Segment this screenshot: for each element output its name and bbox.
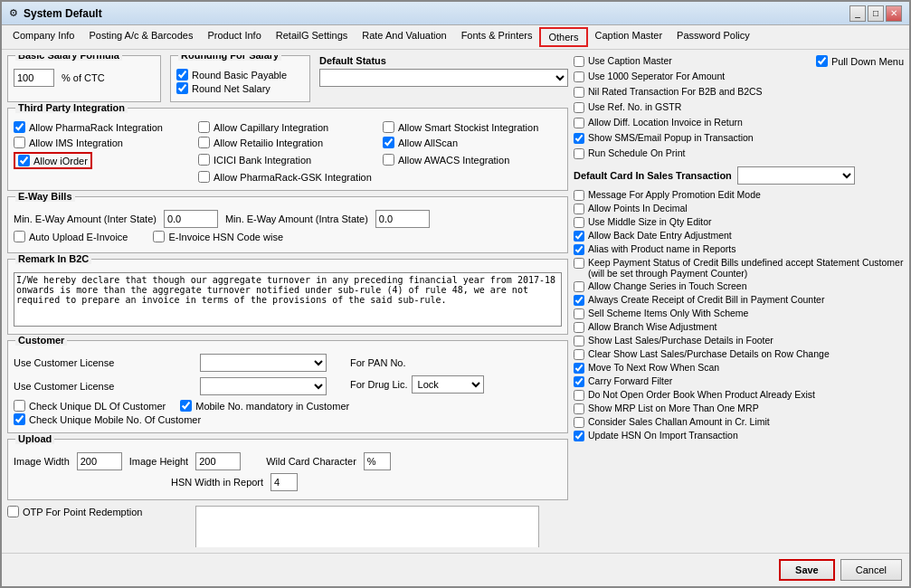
menu-password-policy[interactable]: Password Policy [669, 27, 757, 47]
unique-mobile-checkbox[interactable] [14, 413, 25, 425]
always-create-checkbox[interactable] [574, 295, 584, 306]
retailio-checkbox[interactable] [198, 137, 210, 148]
maximize-button[interactable]: □ [868, 5, 884, 22]
pull-down-checkbox[interactable] [816, 55, 828, 67]
menu-fonts-printers[interactable]: Fonts & Printers [454, 27, 540, 47]
close-button[interactable]: ✕ [886, 5, 902, 22]
ref-no-row: Use Ref. No. in GSTR [574, 101, 816, 113]
img-width-input[interactable] [77, 452, 122, 470]
sell-scheme-checkbox[interactable] [574, 308, 584, 319]
min-inter-input[interactable] [164, 210, 218, 228]
ref-no-checkbox[interactable] [574, 102, 584, 113]
show-mrp-checkbox[interactable] [574, 403, 584, 414]
remark-group: Remark In B2C I/We hereby declare that t… [7, 259, 568, 335]
clear-show-label: Clear Show Last Sales/Purchase Details o… [588, 348, 830, 359]
menu-caption-master[interactable]: Caption Master [588, 27, 670, 47]
change-series-checkbox[interactable] [574, 281, 584, 292]
move-next-label: Move To Next Row When Scan [588, 362, 719, 373]
save-button[interactable]: Save [779, 559, 835, 581]
move-next-checkbox[interactable] [574, 363, 584, 374]
salary-value-input[interactable] [14, 69, 54, 87]
status-select[interactable] [319, 69, 568, 87]
awacs-checkbox[interactable] [383, 154, 394, 166]
carry-forward-label: Carry Forward Filter [588, 375, 672, 386]
last-sales-footer-checkbox[interactable] [574, 336, 584, 346]
ims-checkbox[interactable] [14, 137, 25, 148]
allscan-checkbox[interactable] [383, 137, 394, 148]
sms-email-label: Show SMS/Email Popup in Transaction [588, 132, 754, 143]
sms-email-row: Show SMS/Email Popup in Transaction [574, 132, 816, 144]
keep-payment-checkbox[interactable] [574, 258, 584, 269]
carry-forward-checkbox[interactable] [574, 376, 584, 387]
img-height-input[interactable] [195, 452, 241, 470]
icici-row: ICICI Bank Integration [198, 152, 377, 167]
drug-label: For Drug Lic. [350, 379, 408, 390]
nil-rated-checkbox[interactable] [574, 87, 584, 98]
capillary-checkbox[interactable] [198, 121, 210, 133]
alias-product-checkbox[interactable] [574, 244, 584, 255]
menu-rate-valuation[interactable]: Rate And Valuation [355, 27, 453, 47]
run-schedule-row: Run Schedule On Print [574, 147, 816, 159]
license1-select[interactable] [200, 354, 327, 372]
middle-size-label: Use Middle Size in Qty Editor [588, 216, 712, 227]
remark-textarea[interactable]: I/We hereby declare that though our aggr… [14, 272, 562, 327]
min-intra-input[interactable] [375, 210, 430, 228]
pharmarack-checkbox[interactable] [14, 121, 25, 133]
run-schedule-checkbox[interactable] [574, 148, 584, 159]
hsn-code-label: E-Invoice HSN Code wise [168, 232, 283, 242]
promo-edit-checkbox[interactable] [574, 190, 584, 201]
mobile-mandatory-checkbox[interactable] [180, 400, 192, 412]
smart-stockist-row: Allow Smart Stockist Integration [383, 121, 562, 133]
wildcard-input[interactable] [364, 452, 391, 470]
back-date-checkbox[interactable] [574, 231, 584, 242]
auto-upload-checkbox[interactable] [14, 231, 25, 242]
clear-show-checkbox[interactable] [574, 349, 584, 360]
otp-checkbox[interactable] [7, 506, 19, 517]
right-top-row: Use Caption Master Use 1000 Seperator Fo… [574, 55, 904, 161]
retailio-label: Allow Retailio Integration [214, 138, 323, 148]
menu-product-info[interactable]: Product Info [200, 27, 268, 47]
auto-upload-row: Auto Upload E-Invoice [14, 231, 128, 242]
iorder-checkbox[interactable] [18, 155, 30, 166]
update-hsn-checkbox[interactable] [574, 431, 584, 441]
status-group: Default Status [319, 55, 568, 102]
round-basic-checkbox[interactable] [176, 69, 188, 81]
sales-challan-label: Consider Sales Challan Amount in Cr. Lim… [588, 416, 770, 427]
menu-company-info[interactable]: Company Info [5, 27, 81, 47]
show-mrp-row: Show MRP List on More Than One MRP [574, 403, 904, 414]
minimize-button[interactable]: _ [849, 5, 866, 22]
hsn-width-input[interactable] [270, 473, 298, 491]
default-card-select[interactable] [737, 166, 855, 185]
auto-upload-label: Auto Upload E-Invoice [29, 232, 128, 242]
no-open-order-checkbox[interactable] [574, 390, 584, 401]
move-next-row: Move To Next Row When Scan [574, 362, 904, 374]
pharmarack-gsk-checkbox[interactable] [198, 171, 210, 183]
hsn-width-label: HSN Width in Report [171, 477, 263, 488]
diff-location-checkbox[interactable] [574, 118, 584, 128]
menu-posting[interactable]: Posting A/c & Barcodes [81, 27, 200, 47]
use-1000-checkbox[interactable] [574, 71, 584, 82]
use-caption-checkbox[interactable] [574, 56, 584, 67]
middle-size-row: Use Middle Size in Qty Editor [574, 216, 904, 228]
drug-select[interactable]: Lock [412, 375, 484, 394]
points-decimal-checkbox[interactable] [574, 204, 584, 214]
diff-location-row: Allow Diff. Location Invoice in Return [574, 117, 816, 128]
license2-select[interactable] [200, 377, 327, 395]
hsn-code-checkbox[interactable] [153, 231, 165, 242]
middle-size-checkbox[interactable] [574, 217, 584, 228]
pull-down-section: Pull Down Menu [816, 55, 904, 69]
menu-others[interactable]: Others [539, 27, 587, 47]
unique-dl-checkbox[interactable] [14, 400, 25, 412]
last-sales-footer-label: Show Last Sales/Purchase Details in Foot… [588, 335, 773, 346]
icici-checkbox[interactable] [198, 154, 210, 166]
upload-label: Upload [15, 433, 54, 444]
nil-rated-label: Nil Rated Transaction For B2B and B2CS [588, 86, 763, 97]
branch-wise-checkbox[interactable] [574, 322, 584, 333]
cancel-button[interactable]: Cancel [840, 559, 902, 581]
sms-email-checkbox[interactable] [574, 133, 584, 144]
round-basic-label: Round Basic Payable [192, 70, 287, 81]
round-net-checkbox[interactable] [176, 82, 188, 94]
smart-stockist-checkbox[interactable] [383, 121, 394, 133]
menu-retailg[interactable]: RetailG Settings [269, 27, 355, 47]
sales-challan-checkbox[interactable] [574, 417, 584, 428]
